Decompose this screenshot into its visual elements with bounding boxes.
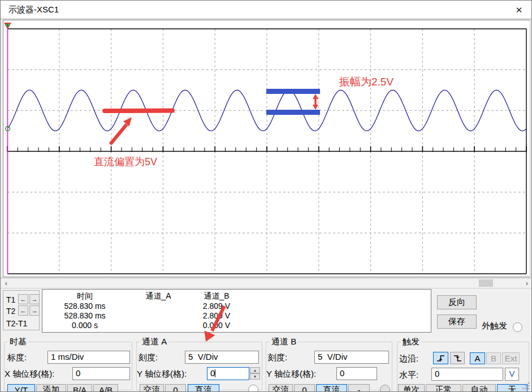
timebase-group: 时基 标度: 1 ms/Div X 轴位移(格): 0 Y/T 添加 B/A A… (4, 337, 132, 390)
channel-a-scale-label: 刻度: (139, 352, 158, 363)
timebase-legend: 时基 (8, 337, 28, 347)
ba-mode-button[interactable]: B/A (67, 384, 92, 392)
channel-b-ac-button[interactable]: 交流 (269, 384, 293, 392)
horizontal-scrollbar[interactable]: ‹ › (1, 278, 532, 288)
trigger-single-button[interactable]: 单次 (398, 384, 425, 392)
table-header-row: 时间 通道_A 通道_B (42, 291, 431, 301)
trigger-source-ext-button[interactable]: Ext (502, 352, 520, 364)
timebase-xpos-label: X 轴位移(格): (5, 369, 54, 380)
channel-a-group: 通道 A 刻度: 5 V/Div Y 轴位移(格): 0 ▲ ▼ 交流 0 直流 (136, 337, 262, 390)
col-header-channel-b: 通道_B (183, 291, 250, 301)
channel-a-ypos-field[interactable]: 0 (207, 367, 249, 380)
channel-b-ypos-label: Y 轴位移(格): (266, 369, 316, 380)
channel-b-zero-button[interactable]: 0 (294, 384, 315, 392)
scroll-left-icon[interactable]: ‹ (2, 279, 11, 288)
t2-time-value: 528.830 ms (42, 311, 127, 320)
t2-left-arrow-button[interactable]: ← (18, 305, 28, 316)
channel-a-radio[interactable] (248, 385, 258, 392)
resize-grip[interactable] (522, 382, 530, 390)
window-title: 示波器-XSC1 (8, 5, 59, 15)
t2-right-arrow-button[interactable]: → (29, 305, 40, 316)
channel-b-group: 通道 B 刻度: 5 V/Div Y 轴位移(格): 0 交流 0 直流 - (266, 337, 392, 390)
graticule-grid (7, 29, 526, 274)
channel-b-legend: 通道 B (270, 337, 298, 347)
amplitude-marker-bottom (266, 110, 320, 115)
amplitude-marker-top (266, 89, 320, 94)
save-button[interactable]: 保存 (437, 315, 477, 329)
t1-left-arrow-button[interactable]: ← (18, 294, 28, 304)
title-bar: 示波器-XSC1 ✕ (1, 1, 531, 19)
text-caret (215, 369, 215, 377)
oscilloscope-window: 示波器-XSC1 ✕ 1 直流偏置为5V (0, 0, 532, 392)
annotation-dc-offset-line (105, 111, 172, 111)
trigger-source-b-button[interactable]: B (486, 352, 501, 364)
trigger-normal-button[interactable]: 正常 (426, 384, 461, 392)
col-header-channel-a: 通道_A (127, 291, 189, 301)
table-row: 0.000 s 0.000 V (42, 321, 431, 330)
scrollbar-thumb[interactable] (479, 279, 493, 287)
close-icon[interactable]: ✕ (512, 4, 526, 16)
amplitude-double-arrow (313, 94, 318, 110)
annotation-amplitude-label: 振幅为2.5V (339, 76, 393, 88)
trigger-level-label: 水平: (399, 370, 418, 381)
t2-channel-b-value: 2.809 V (183, 311, 250, 320)
channel-a-ac-button[interactable]: 交流 (140, 384, 164, 392)
ext-trigger-radio[interactable] (513, 322, 522, 332)
channel-b-scale-field[interactable]: 5 V/Div (314, 351, 389, 364)
svg-text:1: 1 (7, 23, 9, 27)
channel-b-radio[interactable] (380, 385, 390, 392)
channel-a-dc-button[interactable]: 直流 (188, 384, 219, 392)
diff-channel-b-value: 0.000 V (183, 321, 250, 330)
channel-b-dc-button[interactable]: 直流 (316, 384, 347, 392)
annotation-offset-label: 直流偏置为5V (94, 156, 157, 167)
trigger-source-a-button[interactable]: A (470, 352, 485, 364)
reverse-button[interactable]: 反向 (437, 295, 477, 309)
cursor-control-panel: T1 ← → T2 ← → T2-T1 (3, 290, 40, 330)
t1-channel-b-value: 2.809 V (183, 301, 250, 311)
yt-mode-button[interactable]: Y/T (7, 384, 35, 392)
timebase-scale-field[interactable]: 1 ms/Div (47, 351, 130, 364)
trigger-level-field[interactable]: 0 (431, 368, 503, 381)
ext-trigger-label: 外触发 (482, 321, 507, 331)
trigger-auto-button[interactable]: 自动 (462, 384, 496, 392)
spinner-up-icon[interactable]: ▲ (250, 367, 260, 373)
rising-edge-button[interactable] (433, 352, 448, 364)
measurement-table: 时间 通道_A 通道_B 528.830 ms 2.809 V 528.830 … (42, 289, 431, 333)
channel-b-minus-button[interactable]: - (348, 384, 370, 392)
scope-plot: 1 直流偏置为5V 振幅为2.5V (3, 20, 530, 277)
channel-a-zero-button[interactable]: 0 (165, 384, 186, 392)
table-row: 528.830 ms 2.809 V (42, 301, 431, 311)
t2-t1-label: T2-T1 (6, 319, 27, 329)
channel-b-scale-label: 刻度: (268, 352, 287, 363)
rising-edge-icon (436, 355, 446, 362)
timebase-scale-label: 标度: (7, 352, 27, 363)
timebase-xpos-field[interactable]: 0 (72, 367, 130, 380)
add-mode-button[interactable]: 添加 (36, 384, 66, 392)
channel-a-scale-field[interactable]: 5 V/Div (185, 351, 259, 364)
scroll-right-icon[interactable]: › (522, 279, 531, 288)
channel-a-ypos-spinner[interactable]: ▲ ▼ (250, 367, 260, 380)
ab-mode-button[interactable]: A/B (93, 384, 118, 392)
t2-label: T2 (6, 307, 15, 316)
waveform-display: 1 直流偏置为5V 振幅为2.5V (3, 20, 530, 277)
spinner-down-icon[interactable]: ▼ (250, 373, 260, 380)
table-row: 528.830 ms 2.809 V (42, 311, 431, 321)
trigger-group: 触发 边沿: A B Ext 水平: 0 V 单次 正常 自动 无 (397, 337, 529, 390)
channel-b-ypos-field[interactable]: 0 (336, 367, 377, 380)
t1-label: T1 (6, 295, 15, 304)
channel-a-ypos-label: Y 轴位移(格): (137, 369, 187, 380)
t1-right-arrow-button[interactable]: → (29, 294, 40, 304)
channel-a-legend: 通道 A (140, 337, 168, 347)
t1-time-value: 528.830 ms (42, 301, 127, 311)
annotation-arrow-to-offset-line (110, 117, 132, 144)
falling-edge-button[interactable] (450, 352, 465, 364)
falling-edge-icon (453, 355, 462, 362)
col-header-time: 时间 (42, 291, 127, 301)
trigger-edge-label: 边沿: (399, 354, 418, 364)
trigger-legend: 触发 (401, 337, 421, 347)
trigger-level-unit: V (505, 368, 519, 381)
t1-cursor-handle[interactable]: 1 (4, 23, 11, 29)
diff-time-value: 0.000 s (42, 321, 127, 330)
